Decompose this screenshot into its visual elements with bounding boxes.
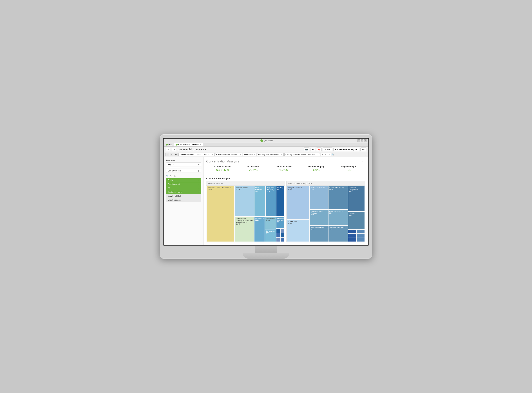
back-button[interactable]: ← <box>166 148 171 151</box>
tm-drug-value: $8.4 <box>267 191 275 192</box>
tm-cell-textile[interactable]: Textile Mill Products 13.6 <box>310 186 328 209</box>
close-button[interactable]: ✕ <box>364 139 366 142</box>
filter-customer-close[interactable]: ✕ <box>240 154 241 156</box>
tm-engineering-label: Engineering <box>255 217 264 219</box>
tm-cell-personal[interactable]: Personal Services $6.1 <box>276 217 284 228</box>
sidebar-item-country-risk[interactable]: Country of Risk ▶ <box>166 169 201 173</box>
page-nav: ‹ › <box>362 160 366 163</box>
tm-cell-drug[interactable]: Drug Store/ Pharmacy $8.4 <box>266 186 276 216</box>
kpi-roa-value: 1.75% <box>276 168 292 172</box>
tm-electrical-value: $13.3 <box>236 189 253 191</box>
window-title: Qlik Sense <box>264 140 273 142</box>
screenshot-button[interactable]: 📷 <box>304 147 309 151</box>
monitor-button[interactable]: 🖥 <box>310 148 315 151</box>
tm-cell-computer-soft[interactable]: Computer Software $18.1 <box>287 186 309 219</box>
kpi-pd: Weighted Abg PD 3.0 <box>341 166 357 172</box>
filter-pd[interactable]: PD ALL ✕ <box>321 153 331 156</box>
sidebar-item-sector[interactable]: Sector ✓ <box>166 178 201 182</box>
credit-analyst-check-icon: ✓ <box>199 183 200 185</box>
layout-btn-2[interactable]: ⊞ <box>170 153 173 156</box>
filter-utilisation[interactable]: Today Utilisation... 0.0 mm – 1.0 mm... … <box>178 153 215 156</box>
filter-pd-close[interactable]: ✕ <box>328 154 330 156</box>
tm-cell-automotive[interactable]: Automotive eParts $7.0 <box>310 226 328 241</box>
tm-small-grid <box>276 229 284 241</box>
tm-air-label: Air Couriers <box>266 217 275 219</box>
edit-button[interactable]: ✏ Edit <box>323 147 332 151</box>
chart-button[interactable]: ▦▾ <box>360 147 366 151</box>
sidebar-business-title: Business <box>166 159 201 161</box>
treemap-retail-body: Consulting, Audit & Tax Services $22.1 E… <box>206 186 285 242</box>
filter-country-value: Canada, USAm Ger... <box>299 154 317 156</box>
tm-col-right-bot: Engineering $11.0 Air Couriers %7.6 <box>254 217 284 241</box>
tm-personal-value: $6.1 <box>277 221 284 223</box>
filter-utilisation-value: 0.0 mm – 1.0 mm... <box>196 154 211 156</box>
tm-construction-value: $7.6 <box>266 232 275 234</box>
layout-btn-3[interactable]: ⊟ <box>174 153 178 156</box>
tm-cell-computer-eq[interactable]: Computer Equipment $6.2 <box>328 226 348 241</box>
filter-sector-close[interactable]: ✕ <box>254 154 255 156</box>
page-title-text: Concentration Analysis <box>206 160 239 163</box>
tm-small-cell-1 <box>276 229 280 233</box>
tm-cell-industrial-comp[interactable]: Industrial Components $9.7 <box>348 186 365 211</box>
tab-commercial[interactable]: Commercial Credit Risk ✕ <box>174 143 203 147</box>
sidebar-item-pd[interactable]: PD ✓ <box>166 186 201 190</box>
sidebar-item-customer-name[interactable]: Customer Name ✓ <box>166 190 201 194</box>
filter-utilisation-label: Today Utilisation... <box>180 154 195 156</box>
filter-customer-label: Customer Name <box>216 154 230 156</box>
analysis-button[interactable]: Concentration Analysis <box>333 148 359 151</box>
page-next-button[interactable]: › <box>365 160 366 163</box>
sidebar-item-country-of-risk[interactable]: Country of Risk <box>166 194 201 198</box>
page-prev-button[interactable]: ‹ <box>362 160 363 163</box>
sidebar-item-credit-analyst[interactable]: Credit Analyst ✓ <box>166 182 201 186</box>
kpi-utilization: % Utilization 22.2% <box>248 166 259 172</box>
tm-diy-label: DIY / Hardware <box>255 187 264 191</box>
tm-cell-air[interactable]: Air Couriers %7.6 <box>265 217 276 229</box>
tm-cell-electrical[interactable]: Electrical Goods $13.3 <box>235 186 254 216</box>
tm-cell-diy[interactable]: DIY / Hardware $9.6 <box>254 186 265 216</box>
menu-button[interactable]: ≡ <box>172 148 176 151</box>
treemap-manufacturing: Manufacturing & High Tech Computer Softw… <box>286 181 366 242</box>
tm-defense-label: Defense <box>349 213 364 215</box>
tab-close-button[interactable]: ✕ <box>200 144 201 146</box>
filter-utilisation-close[interactable]: ✕ <box>212 154 213 156</box>
tm-cell-wood[interactable]: Wood Pulp & Paper $6.9 <box>328 210 348 225</box>
filter-pd-label: PD <box>322 154 324 156</box>
tm-cell-engineering[interactable]: Engineering $11.0 <box>254 217 264 241</box>
sidebar-item-credit-manager[interactable]: Credit Manager <box>166 198 201 202</box>
filter-sector[interactable]: Sector ALL ✕ <box>243 153 256 156</box>
tm-cell-defense[interactable]: Defense $4.5 <box>348 212 365 229</box>
maximize-button[interactable]: + <box>361 139 363 142</box>
filter-country-close[interactable]: ✕ <box>317 154 319 156</box>
tm-mfg-left: Computer Software $18.1 Food & Drink $13… <box>287 186 309 241</box>
sidebar-item-region[interactable]: Region ▶ <box>166 162 201 167</box>
filter-industry[interactable]: Industry NOT Automotive... ✕ <box>257 153 284 156</box>
layout-btn-1[interactable]: ⊡ <box>166 153 169 156</box>
filter-customer-name[interactable]: Customer Name 464 of 527 ✕ <box>215 153 242 156</box>
minimize-button[interactable]: − <box>357 139 360 142</box>
monitor-stand-neck <box>255 246 277 253</box>
filter-industry-close[interactable]: ✕ <box>281 154 283 156</box>
sidebar-region-label: Region <box>168 163 174 166</box>
tab-hub[interactable]: Hub <box>164 143 174 147</box>
filter-industry-value: NOT Automotive... <box>266 154 281 156</box>
sidebar-credit-analyst-label: Credit Analyst <box>168 183 180 185</box>
sidebar-credit-manager-label: Credit Manager <box>168 199 181 201</box>
tm-cell-professional[interactable]: Professional & Commercial Equipment & Su… <box>235 217 254 241</box>
filter-search-icon[interactable]: 🔍 <box>332 153 334 156</box>
tm-cell-industrial-mach[interactable]: Industrial Machinery $12.8 <box>328 186 348 209</box>
tm-small-cell-2 <box>281 229 284 233</box>
pencil-icon: ✏ <box>325 148 326 151</box>
filter-expand-icon[interactable]: ⤢ <box>365 153 366 156</box>
people-section: 🔍 People Sector ✓ Credit Analyst ✓ PD <box>166 175 201 202</box>
toolbar-right: 📷 🖥 🔖 ✏ Edit Concentration Analysis ▦▾ <box>304 147 366 151</box>
tm-fabricated-value: $8.1 <box>311 214 327 216</box>
tm-computer-eq-label: Computer Equipment <box>329 226 347 228</box>
tm-cell-trucking[interactable]: Trucking $8.3 <box>276 186 284 216</box>
tm-cell-consulting[interactable]: Consulting, Audit & Tax Services $22.1 <box>207 186 234 241</box>
tm-cell-construction[interactable]: Construction $7.6 <box>265 230 276 241</box>
title-bar-controls[interactable]: − + ✕ <box>357 139 366 142</box>
filter-country-risk[interactable]: Country of Risk Canada, USAm Ger... ✕ <box>284 153 320 156</box>
bookmark-button[interactable]: 🔖 <box>316 147 322 151</box>
tm-cell-fabricated[interactable]: Fabricated Metal Products $8.1 <box>310 210 328 225</box>
tm-cell-food[interactable]: Food & Drink $13.9 <box>287 220 309 241</box>
